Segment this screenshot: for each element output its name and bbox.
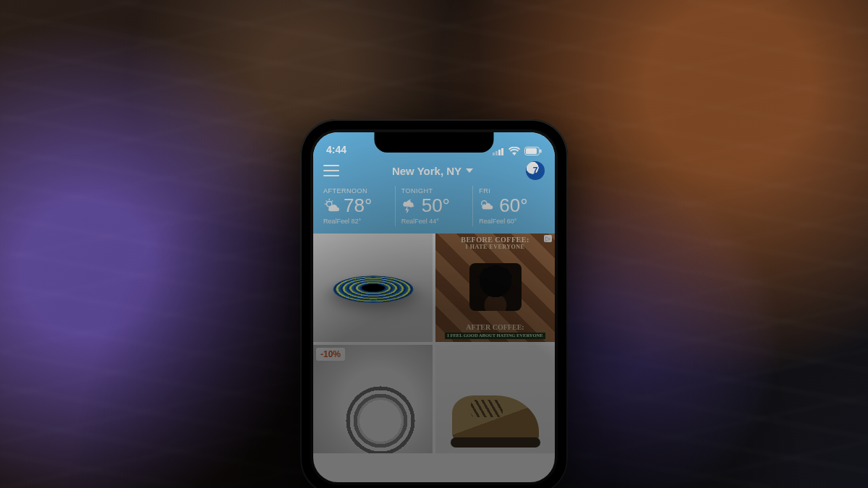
forecast-afternoon[interactable]: AFTERNOON 78° RealFeel 82° [318,186,395,226]
phone-notch [375,132,494,153]
ad-rug[interactable] [313,234,433,342]
period-temp: 50° [422,196,450,215]
period-temp: 60° [499,196,527,215]
status-icons [493,147,542,155]
phone-screen: 4:44 New York, NY 7 [313,132,555,482]
svg-rect-5 [526,148,537,154]
svg-point-7 [327,202,332,207]
svg-rect-6 [540,150,542,153]
phone-frame: 4:44 New York, NY 7 [300,119,568,488]
menu-icon[interactable] [323,165,339,176]
wifi-icon [509,147,520,155]
location-selector[interactable]: New York, NY [392,165,473,177]
svg-point-12 [482,201,487,206]
night-storm-icon [401,197,417,213]
realfeel: RealFeel 82° [323,218,389,225]
shoe-image [452,395,539,443]
poster-top-text: BEFORE COFFEE: I HATE EVERYONE [461,236,529,250]
poster-bottom-text: AFTER COFFEE: I FEEL GOOD ABOUT HATING E… [445,324,545,339]
cat-image [469,263,522,311]
realfeel: RealFeel 44° [401,218,467,225]
partly-sunny-icon [323,197,339,213]
svg-rect-3 [501,148,503,155]
status-bar: 4:44 [313,132,555,157]
svg-line-10 [326,201,327,202]
ad-shoe[interactable] [435,345,555,453]
status-time: 4:44 [326,144,346,155]
realfeel: RealFeel 60° [479,218,545,225]
ring-image [327,368,433,453]
partly-cloudy-icon [479,197,495,213]
svg-rect-0 [493,153,495,155]
forecast-fri[interactable]: FRI 60° RealFeel 60° [472,186,550,226]
forecast-row: AFTERNOON 78° RealFeel 82° TONIGHT [313,183,555,226]
svg-line-11 [332,201,333,202]
period-temp: 78° [344,196,372,215]
app-header: 4:44 New York, NY 7 [313,132,555,234]
period-label: TONIGHT [401,187,467,194]
chevron-down-icon [466,168,473,173]
ad-ring[interactable]: -10% [313,345,433,453]
period-label: FRI [479,187,545,194]
discount-badge: -10% [316,348,345,361]
adchoices-icon[interactable]: ▷ [544,235,552,242]
forecast-tonight[interactable]: TONIGHT 50° RealFeel 44° [395,186,473,226]
location-label: New York, NY [392,165,461,177]
svg-rect-1 [495,151,498,155]
background-map: 4:44 New York, NY 7 [0,0,868,488]
cellular-icon [493,147,504,155]
svg-rect-2 [498,150,501,155]
brand-badge[interactable]: 7 [526,161,545,180]
ad-grid: ▷ BEFORE COFFEE: I HATE EVERYONE AFTER C… [313,234,555,453]
illusion-rug-image [328,275,417,303]
svg-rect-4 [525,147,540,155]
period-label: AFTERNOON [323,187,389,194]
battery-icon [524,147,542,155]
ad-poster[interactable]: ▷ BEFORE COFFEE: I HATE EVERYONE AFTER C… [435,234,555,342]
